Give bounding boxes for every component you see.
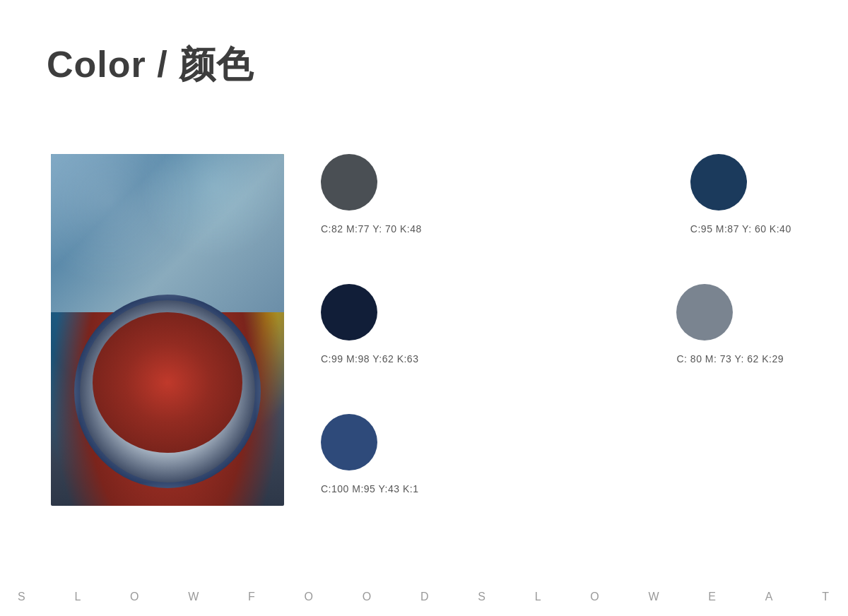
- color-row-3: C:100 M:95 Y:43 K:1: [321, 414, 848, 494]
- color-label-medium-navy: C:100 M:95 Y:43 K:1: [321, 483, 418, 494]
- bottom-bar: S L O W F O O D S L O W E A T: [0, 577, 848, 616]
- color-item-medium-gray: C: 80 M: 73 Y: 62 K:29: [676, 284, 784, 365]
- color-circle-very-dark-navy: [321, 284, 377, 340]
- page-title: Color / 颜色: [47, 40, 254, 90]
- color-circle-dark-gray: [321, 154, 377, 211]
- color-row-1: C:82 M:77 Y: 70 K:48 C:95 M:87 Y: 60 K:4…: [321, 154, 848, 235]
- bottom-letter-s1: S: [18, 591, 27, 603]
- color-circle-medium-gray: [676, 284, 733, 340]
- bottom-letter-e: E: [708, 591, 717, 603]
- bottom-letter-d: D: [420, 591, 430, 603]
- color-item-dark-navy: C:95 M:87 Y: 60 K:40: [690, 154, 791, 235]
- bottom-letter-s2: S: [478, 591, 487, 603]
- bottom-letter-t: T: [822, 591, 830, 603]
- bottom-letter-w1: W: [188, 591, 200, 603]
- color-label-dark-gray: C:82 M:77 Y: 70 K:48: [321, 223, 422, 235]
- color-label-dark-navy: C:95 M:87 Y: 60 K:40: [690, 223, 791, 235]
- bottom-letter-o1: O: [130, 591, 140, 603]
- color-label-medium-gray: C: 80 M: 73 Y: 62 K:29: [676, 353, 784, 365]
- color-circle-dark-navy: [690, 154, 747, 211]
- bottom-letter-l1: L: [74, 591, 82, 603]
- bottom-letter-o3: O: [363, 591, 372, 603]
- color-label-very-dark-navy: C:99 M:98 Y:62 K:63: [321, 353, 418, 365]
- color-item-very-dark-navy: C:99 M:98 Y:62 K:63: [321, 284, 418, 365]
- color-item-medium-navy: C:100 M:95 Y:43 K:1: [321, 414, 418, 494]
- bottom-letter-f: F: [248, 591, 257, 603]
- food-image: [51, 154, 284, 506]
- bottom-letter-o4: O: [590, 591, 600, 603]
- bottom-letter-o2: O: [305, 591, 314, 603]
- bottom-letter-w2: W: [649, 591, 661, 603]
- color-item-dark-gray: C:82 M:77 Y: 70 K:48: [321, 154, 422, 235]
- bottom-letter-l2: L: [535, 591, 543, 603]
- color-row-2: C:99 M:98 Y:62 K:63 C: 80 M: 73 Y: 62 K:…: [321, 284, 848, 365]
- bottom-letter-a: A: [765, 591, 775, 603]
- color-section: C:82 M:77 Y: 70 K:48 C:95 M:87 Y: 60 K:4…: [321, 154, 848, 494]
- color-circle-medium-navy: [321, 414, 377, 470]
